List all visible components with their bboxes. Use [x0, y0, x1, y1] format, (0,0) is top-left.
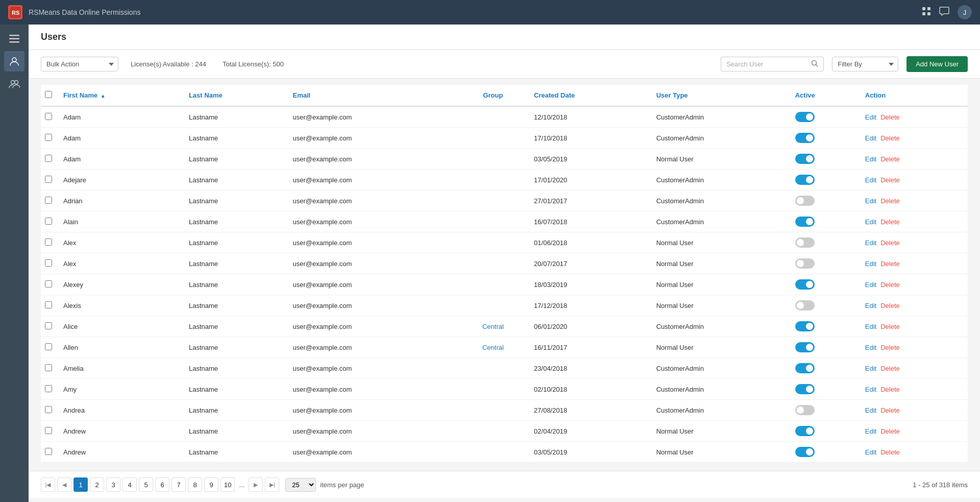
page-next[interactable]: ▶ [249, 477, 263, 492]
row-checkbox[interactable] [45, 197, 52, 204]
active-toggle[interactable] [795, 426, 815, 436]
row-checkbox[interactable] [45, 385, 52, 392]
col-active[interactable]: Active [791, 85, 861, 106]
row-checkbox[interactable] [45, 364, 52, 371]
bulk-action-dropdown[interactable]: Bulk ActionDelete SelectedActivate Selec… [41, 57, 118, 71]
sidebar-item-users[interactable] [4, 51, 24, 71]
row-checkbox[interactable] [45, 322, 52, 329]
col-group[interactable]: Group [456, 85, 530, 106]
filter-dropdown[interactable]: Filter ByCustomerAdminNormal UserActiveI… [832, 57, 898, 71]
delete-button[interactable]: Delete [880, 323, 900, 330]
delete-button[interactable]: Delete [880, 344, 900, 351]
row-checkbox[interactable] [45, 218, 52, 225]
page-last[interactable]: ▶| [265, 477, 279, 492]
row-checkbox[interactable] [45, 176, 52, 183]
row-checkbox[interactable] [45, 113, 52, 120]
delete-button[interactable]: Delete [880, 281, 900, 289]
delete-button[interactable]: Delete [880, 386, 900, 393]
edit-button[interactable]: Edit [865, 302, 876, 309]
page-1[interactable]: 1 [74, 477, 88, 492]
page-6[interactable]: 6 [155, 477, 169, 492]
col-created-date[interactable]: Created Date [530, 85, 652, 106]
active-toggle[interactable] [795, 175, 815, 185]
row-checkbox[interactable] [45, 427, 52, 434]
row-checkbox[interactable] [45, 406, 52, 413]
row-checkbox[interactable] [45, 343, 52, 350]
chat-icon[interactable] [939, 7, 949, 18]
delete-button[interactable]: Delete [880, 302, 900, 309]
active-toggle[interactable] [795, 342, 815, 352]
page-3[interactable]: 3 [106, 477, 120, 492]
edit-button[interactable]: Edit [865, 344, 876, 351]
sidebar-item-groups[interactable] [4, 74, 24, 94]
grid-icon[interactable] [922, 7, 931, 18]
active-toggle[interactable] [795, 258, 815, 269]
edit-button[interactable]: Edit [865, 448, 876, 456]
delete-button[interactable]: Delete [880, 218, 900, 226]
delete-button[interactable]: Delete [880, 365, 900, 372]
edit-button[interactable]: Edit [865, 197, 876, 205]
col-first-name[interactable]: First Name ▲ [59, 85, 185, 106]
group-link[interactable]: Central [482, 323, 504, 330]
row-checkbox[interactable] [45, 155, 52, 162]
edit-button[interactable]: Edit [865, 407, 876, 414]
delete-button[interactable]: Delete [880, 113, 900, 121]
group-link[interactable]: Central [482, 344, 504, 351]
per-page-select[interactable]: 25 50 100 [285, 478, 316, 492]
page-5[interactable]: 5 [139, 477, 153, 492]
delete-button[interactable]: Delete [880, 197, 900, 205]
active-toggle[interactable] [795, 405, 815, 415]
edit-button[interactable]: Edit [865, 260, 876, 268]
row-checkbox[interactable] [45, 134, 52, 141]
edit-button[interactable]: Edit [865, 365, 876, 372]
active-toggle[interactable] [795, 321, 815, 331]
delete-button[interactable]: Delete [880, 427, 900, 435]
active-toggle[interactable] [795, 384, 815, 394]
select-all-checkbox[interactable] [45, 91, 52, 98]
row-checkbox[interactable] [45, 280, 52, 288]
edit-button[interactable]: Edit [865, 281, 876, 289]
active-toggle[interactable] [795, 196, 815, 206]
active-toggle[interactable] [795, 447, 815, 457]
page-2[interactable]: 2 [90, 477, 104, 492]
col-user-type[interactable]: User Type [652, 85, 791, 106]
add-new-user-button[interactable]: Add New User [906, 56, 968, 72]
active-toggle[interactable] [795, 237, 815, 248]
edit-button[interactable]: Edit [865, 113, 876, 121]
row-checkbox[interactable] [45, 301, 52, 308]
edit-button[interactable]: Edit [865, 176, 876, 184]
page-7[interactable]: 7 [172, 477, 186, 492]
row-checkbox[interactable] [45, 448, 52, 455]
delete-button[interactable]: Delete [880, 260, 900, 268]
page-prev[interactable]: ◀ [57, 477, 71, 492]
delete-button[interactable]: Delete [880, 407, 900, 414]
search-input[interactable] [726, 60, 808, 68]
active-toggle[interactable] [795, 300, 815, 310]
delete-button[interactable]: Delete [880, 239, 900, 247]
page-9[interactable]: 9 [204, 477, 218, 492]
active-toggle[interactable] [795, 217, 815, 227]
page-4[interactable]: 4 [122, 477, 137, 492]
delete-button[interactable]: Delete [880, 134, 900, 142]
active-toggle[interactable] [795, 154, 815, 164]
active-toggle[interactable] [795, 279, 815, 290]
edit-button[interactable]: Edit [865, 239, 876, 247]
col-last-name[interactable]: Last Name [185, 85, 289, 106]
active-toggle[interactable] [795, 133, 815, 143]
col-email[interactable]: Email [289, 85, 456, 106]
sidebar-item-menu[interactable] [4, 29, 24, 49]
page-10[interactable]: 10 [220, 477, 235, 492]
edit-button[interactable]: Edit [865, 155, 876, 163]
row-checkbox[interactable] [45, 238, 52, 246]
edit-button[interactable]: Edit [865, 218, 876, 226]
page-8[interactable]: 8 [188, 477, 202, 492]
user-avatar[interactable]: J [958, 5, 972, 19]
active-toggle[interactable] [795, 112, 815, 122]
page-first[interactable]: |◀ [41, 477, 55, 492]
active-toggle[interactable] [795, 363, 815, 373]
row-checkbox[interactable] [45, 259, 52, 267]
edit-button[interactable]: Edit [865, 134, 876, 142]
delete-button[interactable]: Delete [880, 448, 900, 456]
edit-button[interactable]: Edit [865, 427, 876, 435]
edit-button[interactable]: Edit [865, 323, 876, 330]
